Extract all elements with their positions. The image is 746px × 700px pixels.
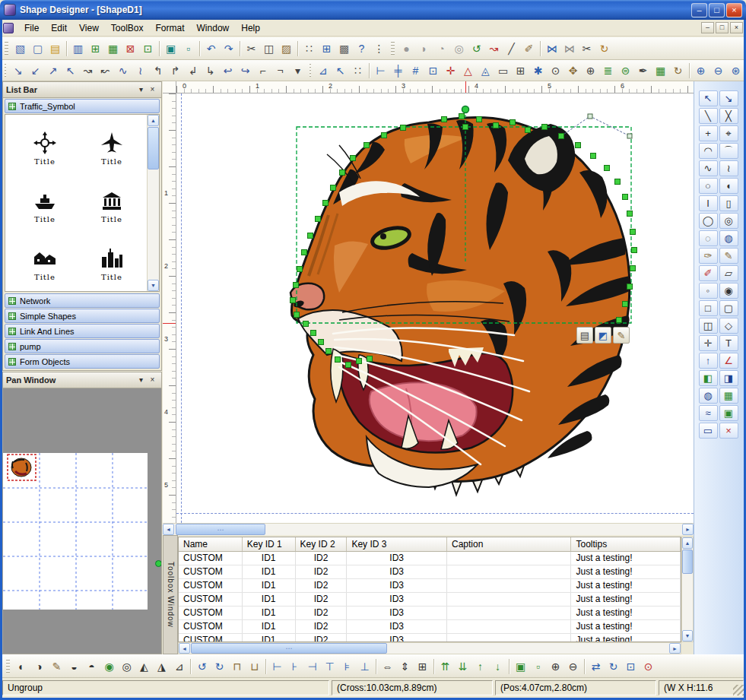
mdi-restore-button[interactable]: □	[716, 22, 729, 33]
globe-icon[interactable]: ◍	[699, 388, 718, 404]
beam-icon[interactable]: I	[699, 195, 718, 211]
frame-dashed-icon[interactable]: ▭	[699, 423, 718, 439]
eraser-icon[interactable]: ▱	[719, 265, 738, 281]
target-icon[interactable]: ⌖	[719, 125, 738, 141]
lock-icon[interactable]: ⊓	[228, 658, 246, 675]
wave-icon[interactable]: ∿	[699, 160, 718, 176]
column-header-key-id-2[interactable]: Key ID 2	[296, 537, 348, 551]
swatch-grid-icon[interactable]: ▦	[719, 388, 738, 404]
snap-to-grid-icon[interactable]: ⊞	[318, 40, 335, 57]
curve-icon[interactable]: ◠	[699, 143, 718, 159]
red-snap-icon[interactable]: ✛	[442, 62, 459, 79]
listbar-group-link-and-lines[interactable]: Link And Lines	[5, 324, 160, 338]
conn-curve-r-icon[interactable]: ↝	[79, 62, 97, 79]
squiggle-icon[interactable]: ≀	[719, 160, 738, 176]
ellipse-tool-icon[interactable]: ●	[398, 40, 415, 57]
new-form-icon[interactable]: ▧	[11, 40, 29, 57]
column-header-key-id-3[interactable]: Key ID 3	[347, 537, 447, 551]
draw-tool-icon[interactable]: ✎	[613, 327, 630, 344]
water-icon[interactable]: ≈	[699, 405, 718, 421]
conn-nw-icon[interactable]: ↖	[62, 62, 79, 79]
align-middle-icon[interactable]: ⊧	[338, 658, 356, 675]
menu-help[interactable]: Help	[235, 21, 266, 36]
scroll-right-icon[interactable]: ►	[669, 643, 681, 654]
arc-icon[interactable]: ⌒	[719, 143, 738, 159]
resize-grip[interactable]	[733, 685, 744, 695]
menu-file[interactable]: File	[18, 21, 45, 36]
toolbar-grip[interactable]	[6, 659, 10, 674]
paint-tool-icon[interactable]: ◩	[595, 327, 611, 344]
shape-subtract-icon[interactable]: ◑	[30, 658, 48, 675]
table-row[interactable]: CUSTOMID1ID2ID3Just a testing!	[179, 607, 681, 620]
title-bar[interactable]: Shape Designer - [ShapeD1] – □ ×	[0, 0, 746, 20]
window-shape-icon[interactable]: ◫	[699, 318, 718, 334]
conn-return-icon[interactable]: ↩	[219, 62, 236, 79]
panel-menu-icon[interactable]: ▾	[135, 84, 147, 95]
column-header-name[interactable]: Name	[179, 537, 243, 551]
cross-shape-icon[interactable]: ✛	[699, 335, 718, 351]
conn-elbow-ne-icon[interactable]: ↰	[149, 62, 167, 79]
listbar-group-pump[interactable]: pump	[5, 339, 160, 353]
pencil-icon[interactable]: ✎	[719, 248, 738, 264]
page-frame-icon[interactable]: ⊞	[512, 62, 529, 79]
menu-edit[interactable]: Edit	[45, 21, 73, 36]
ellipse-icon[interactable]: ◯	[699, 213, 718, 229]
red-triangle-icon[interactable]: △	[459, 62, 477, 79]
concentric-icon[interactable]: ◎	[719, 213, 738, 229]
fill-tool-icon[interactable]: ▤	[576, 327, 593, 344]
table-row[interactable]: CUSTOMID1ID2ID3Just a testing!	[179, 552, 681, 565]
table-row[interactable]: CUSTOMID1ID2ID3Just a testing!	[179, 620, 681, 634]
maximize-button[interactable]: □	[709, 3, 725, 17]
bring-front-icon[interactable]: ⇈	[436, 658, 454, 675]
listbar-scrollbar[interactable]: ▲ ▼	[147, 115, 159, 291]
help-icon[interactable]: ?	[353, 40, 370, 57]
swap-icon[interactable]: ⇄	[587, 658, 605, 675]
undo-icon[interactable]: ↶	[202, 40, 220, 57]
rotate-cw-icon[interactable]: ↻	[211, 658, 228, 675]
scroll-up-icon[interactable]: ▲	[682, 537, 693, 549]
unlock-icon[interactable]: ⊔	[246, 658, 263, 675]
menu-format[interactable]: Format	[150, 21, 191, 36]
line-icon[interactable]: ╲	[699, 108, 718, 124]
listbar-item-ship[interactable]: Title	[11, 177, 78, 235]
table-vertical-scrollbar[interactable]: ▲ ▼	[681, 537, 694, 642]
grid-dots-icon[interactable]: ∷	[300, 40, 318, 57]
listbar-item-crosshair[interactable]: Title	[11, 119, 78, 177]
dot-grid-icon[interactable]: ∷	[349, 62, 367, 79]
align-center-icon[interactable]: ⊦	[286, 658, 303, 675]
open-folder-icon[interactable]: ▤	[46, 40, 64, 57]
listbar-group-form-objects[interactable]: Form Objects	[5, 354, 160, 369]
weld-icon[interactable]: ◉	[100, 658, 118, 675]
grid-frame-icon[interactable]: #	[407, 62, 424, 79]
dot-icon[interactable]: ◦	[699, 283, 718, 299]
group-icon[interactable]: ▣	[512, 658, 529, 675]
drawing-canvas[interactable]: ▤◩✎	[176, 93, 694, 523]
table-row[interactable]: CUSTOMID1ID2ID3Just a testing!	[179, 579, 681, 593]
scissors-icon[interactable]: ✂	[578, 40, 595, 57]
layers-icon[interactable]: ≣	[599, 62, 617, 79]
conn-wave2-icon[interactable]: ≀	[132, 62, 149, 79]
cross-line-icon[interactable]: ╳	[719, 108, 738, 124]
arrow-up-icon[interactable]: ↑	[699, 353, 718, 369]
shape-intersect-icon[interactable]: ◒	[65, 658, 83, 675]
conn-ne-icon[interactable]: ↗	[44, 62, 62, 79]
red-pen-icon[interactable]: ✐	[699, 265, 718, 281]
red-curve-icon[interactable]: ↝	[485, 40, 503, 57]
column-header-caption[interactable]: Caption	[447, 537, 571, 551]
add-table-icon[interactable]: ⊞	[87, 40, 104, 57]
toolbox-window-tab[interactable]: Toolbox Window	[163, 535, 178, 654]
diamond-icon[interactable]: ◇	[719, 318, 738, 334]
panel-close-icon[interactable]: ×	[147, 375, 158, 385]
panel-menu-icon[interactable]: ▾	[135, 375, 147, 385]
rect-frame-icon[interactable]: ▭	[494, 62, 512, 79]
back-one-icon[interactable]: ↓	[489, 658, 506, 675]
same-height-icon[interactable]: ⇕	[396, 658, 414, 675]
same-size-icon[interactable]: ⊞	[414, 658, 431, 675]
pan-window-header[interactable]: Pan Window ▾ ×	[3, 372, 161, 388]
edit-table-icon[interactable]: ▦	[104, 40, 122, 57]
skew-icon[interactable]: ⊿	[170, 658, 188, 675]
menu-view[interactable]: View	[73, 21, 105, 36]
zoom-in-icon[interactable]: ⊕	[692, 62, 709, 79]
pencil-tool-icon[interactable]: ✐	[520, 40, 538, 57]
outline-icon[interactable]: ◎	[118, 658, 135, 675]
